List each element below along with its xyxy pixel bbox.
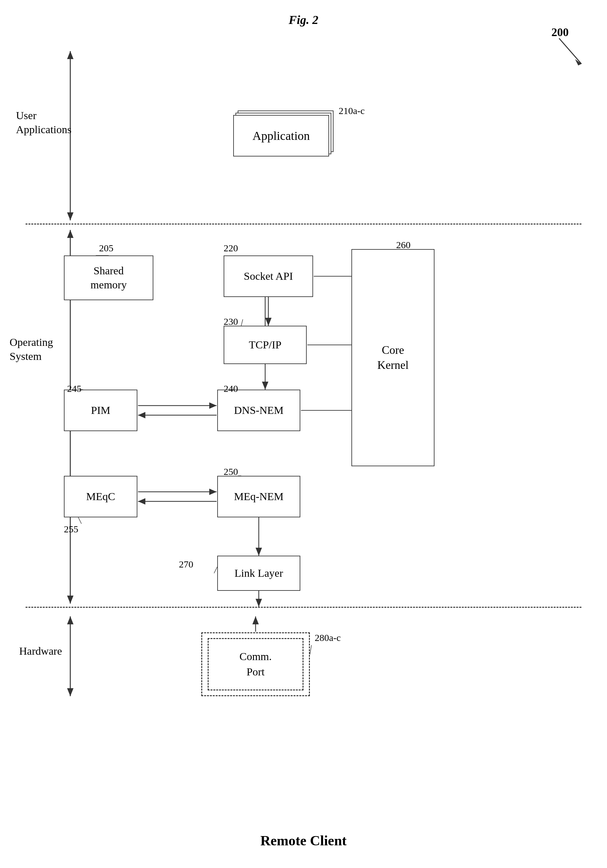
core-kernel-box: Core Kernel [351,249,435,466]
ref-245: 245 [67,383,81,394]
label-user-applications: User Applications [16,108,71,137]
svg-line-38 [214,567,217,573]
svg-marker-28 [252,616,259,624]
link-layer-box: Link Layer [217,556,300,591]
svg-marker-1 [575,59,581,65]
svg-line-36 [78,517,81,524]
ref-230: 230 [224,316,238,327]
meq-nem-box: MEq-NEM [217,476,300,517]
svg-marker-3 [67,212,73,220]
svg-line-0 [559,38,581,64]
svg-marker-14 [265,318,272,326]
svg-marker-18 [138,412,145,418]
svg-marker-4 [67,51,73,59]
dns-nem-box: DNS-NEM [217,390,300,431]
shared-memory-box: Shared memory [64,256,153,300]
svg-marker-24 [256,548,262,556]
dashed-line-top [26,223,581,225]
ref-255: 255 [64,524,78,535]
ref-260: 260 [396,240,410,250]
ref-250: 250 [224,466,238,477]
application-box: Application [233,115,329,157]
svg-marker-22 [138,498,145,505]
dashed-line-bottom [26,607,581,608]
svg-marker-16 [209,402,217,409]
fig-title: Fig. 2 [289,13,318,27]
tcpip-box: TCP/IP [224,326,307,364]
ref-200: 200 [551,26,569,39]
svg-line-32 [241,319,243,326]
ref-280: 280a-c [315,632,341,643]
comm-port-box: Comm. Port [201,632,310,696]
ref-205: 205 [99,243,113,254]
socket-api-box: Socket API [224,256,313,297]
comm-port-inner: Comm. Port [208,638,304,691]
svg-marker-7 [67,595,73,604]
svg-marker-20 [209,488,217,495]
svg-marker-12 [262,381,269,390]
remote-client-label: Remote Client [260,832,347,849]
ref-270: 270 [179,559,193,570]
svg-marker-26 [256,599,262,607]
svg-marker-6 [67,230,73,238]
svg-marker-9 [67,688,73,696]
diagram-container: Fig. 2 200 User Applications Operating S… [0,0,607,868]
ref-220: 220 [224,243,238,254]
pim-box: PIM [64,390,137,431]
label-operating-system: Operating System [9,335,53,363]
svg-marker-10 [67,616,73,624]
ref-240: 240 [224,383,238,394]
svg-line-39 [310,645,312,655]
meqc-box: MEqC [64,476,137,517]
ref-210: 210a-c [338,105,365,116]
label-hardware: Hardware [19,645,62,657]
